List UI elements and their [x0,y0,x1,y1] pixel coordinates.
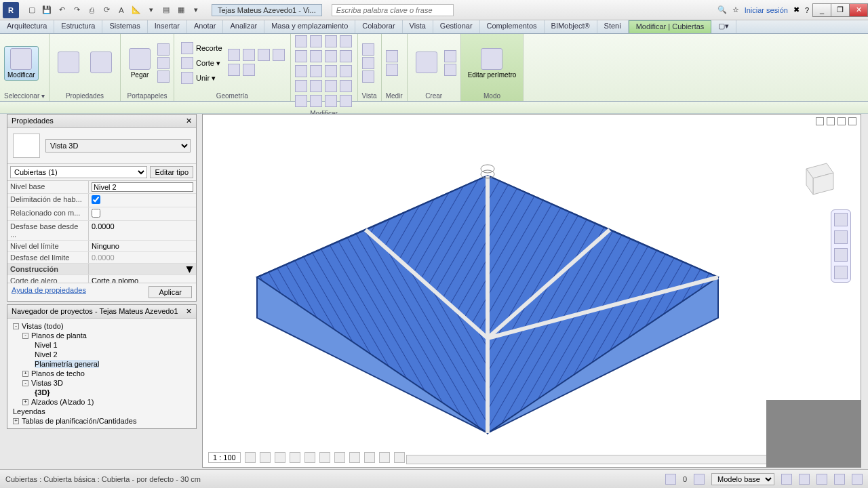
tab-extra[interactable]: ▢▾ [711,20,736,33]
ribbon-g6-icon[interactable] [243,64,255,76]
login-link[interactable]: Iniciar sesión [745,6,788,14]
ribbon-g4-icon[interactable] [273,49,285,61]
ribbon-m10-icon[interactable] [310,65,322,77]
property-checkbox[interactable] [92,195,100,204]
binoculars-icon[interactable]: 🔍 [717,5,727,14]
sun-icon[interactable] [275,452,285,463]
ribbon-m20-icon[interactable] [340,95,352,107]
unlock-icon[interactable] [349,452,360,463]
vp-icon[interactable] [837,117,846,125]
minimize-button[interactable]: _ [812,3,831,17]
cut-geom-icon[interactable]: Corte ▾ [178,56,225,70]
roof-model[interactable] [237,142,725,453]
st1-icon[interactable] [781,474,792,485]
help-icon[interactable]: ? [805,6,809,14]
measure-icon[interactable]: 📐 [130,4,142,16]
ribbon-g5-icon[interactable] [228,64,240,76]
tree-item[interactable]: Planimetría general [10,359,193,369]
tab-sistemas[interactable]: Sistemas [102,20,147,33]
st3-icon[interactable] [816,474,827,485]
pan-icon[interactable] [834,230,848,244]
ribbon-m16-icon[interactable] [340,80,352,92]
ribbon-m15-icon[interactable] [325,80,337,92]
select-icon[interactable] [694,474,705,485]
tree-item[interactable]: -Planos de planta [10,331,193,340]
expand-icon[interactable]: + [13,418,19,424]
type-props-icon[interactable] [86,50,116,76]
text-icon[interactable]: A [115,4,127,16]
filter-select[interactable]: Cubiertas (1) [10,166,147,178]
property-checkbox[interactable] [92,209,100,218]
edit-boundary-icon[interactable]: Editar perímetro [465,47,519,80]
match-icon[interactable] [157,70,170,83]
me1[interactable] [386,50,398,62]
shadow-icon[interactable] [290,452,300,463]
me2[interactable] [386,64,398,76]
ribbon-m17-icon[interactable] [295,95,307,107]
property-section-header[interactable]: Construcción⯆ [7,264,196,275]
c1[interactable] [444,50,456,62]
vp-icon[interactable] [827,117,835,125]
expand-icon[interactable]: + [22,371,28,377]
close-icon[interactable]: ✕ [186,307,192,316]
tab-analizar[interactable]: Analizar [223,20,264,33]
tab-complementos[interactable]: Complementos [480,20,545,33]
scale-value[interactable]: 1 : 100 [208,452,241,463]
ribbon-m4-icon[interactable] [340,35,352,47]
style-icon[interactable] [260,452,271,463]
paste-icon[interactable]: Pegar [125,47,155,80]
tree-item[interactable]: +Alzados (Alzado 1) [10,397,193,407]
tab-gestionar[interactable]: Gestionar [433,20,480,33]
ribbon-m9-icon[interactable] [295,65,307,77]
cursor-icon[interactable]: Modificar [4,46,39,81]
ribbon-m7-icon[interactable] [325,50,337,62]
join-icon[interactable]: Unir ▾ [178,71,225,85]
open-icon[interactable]: ▢ [26,4,38,16]
v3[interactable] [362,70,374,83]
workset-icon[interactable] [665,474,676,485]
workset-select[interactable]: Modelo base [711,473,774,485]
crop2-icon[interactable] [334,452,345,463]
ribbon-m8-icon[interactable] [340,50,352,62]
close-icon[interactable]: ✕ [186,117,192,125]
ribbon-m14-icon[interactable] [310,80,322,92]
ribbon-m2-icon[interactable] [310,35,322,47]
create-icon[interactable] [412,50,441,76]
tree-item[interactable]: +Planos de techo [10,369,193,378]
tab-anotar[interactable]: Anotar [187,20,223,33]
orbit-icon[interactable] [834,266,848,279]
tree-item[interactable]: Nivel 1 [10,340,193,350]
favorite-icon[interactable]: ☆ [732,5,739,14]
tab-colaborar[interactable]: Colaborar [355,20,402,33]
save-icon[interactable]: 💾 [41,4,53,16]
vp-icon[interactable] [848,117,856,125]
zoom-icon[interactable] [834,248,848,262]
qat3-icon[interactable]: ▦ [175,4,187,16]
wheel-icon[interactable] [834,213,848,226]
edit-type-button[interactable]: Editar tipo [150,166,193,178]
tab-bimobject-[interactable]: BIMobject® [545,20,597,33]
crop-icon[interactable] [319,452,330,463]
type-selector[interactable]: Vista 3D [45,139,191,152]
tree-item[interactable]: +Tablas de planificación/Cantidades [10,416,193,426]
ribbon-m6-icon[interactable] [310,50,322,62]
view-cube[interactable] [793,155,840,203]
sync-icon[interactable]: ⟳ [100,4,113,16]
cut-icon[interactable] [157,43,170,56]
v2[interactable] [362,57,374,69]
more-icon[interactable]: ▾ [145,4,157,16]
viewport-3d[interactable]: 1 : 100 [202,114,861,468]
render-icon[interactable] [304,452,315,463]
search-input[interactable] [332,4,454,16]
exchange-icon[interactable]: ✖ [793,5,800,14]
copy-icon[interactable] [157,57,170,69]
tree-item[interactable]: -Vistas 3D [10,378,193,388]
ribbon-m12-icon[interactable] [340,65,352,77]
tab-arquitectura[interactable]: Arquitectura [0,20,54,33]
analytic-icon[interactable] [394,452,405,463]
redo-icon[interactable]: ↷ [71,4,83,16]
expand-icon[interactable]: + [22,399,28,405]
ribbon-m3-icon[interactable] [325,35,337,47]
ribbon-g2-icon[interactable] [243,49,255,61]
close-button[interactable]: ✕ [849,3,868,17]
